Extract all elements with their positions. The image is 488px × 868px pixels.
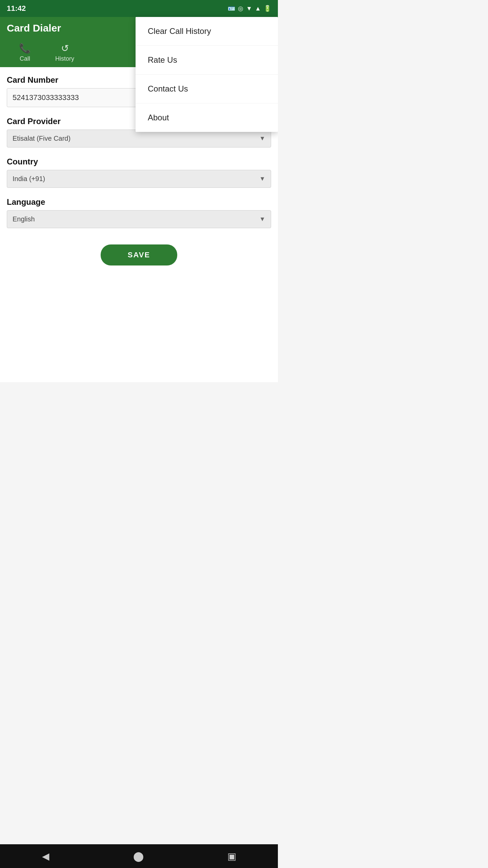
status-time: 11:42 [7,4,26,13]
battery-icon: 🔋 [264,5,271,12]
call-tab-label: Call [20,55,30,62]
language-dropdown[interactable]: English ▼ [7,210,271,228]
dropdown-menu: Clear Call History Rate Us Contact Us Ab… [136,17,278,132]
status-bar: 11:42 🪪 ◎ ▼ ▲ 🔋 [0,0,278,17]
menu-item-about[interactable]: About [136,103,278,132]
spacer [7,272,271,374]
tab-call[interactable]: 📞 Call [7,39,43,67]
history-icon: ↺ [61,43,69,54]
country-value: India (+91) [13,175,45,183]
save-button-container: SAVE [7,244,271,265]
language-value: English [13,215,35,223]
history-tab-label: History [55,55,74,62]
country-dropdown[interactable]: India (+91) ▼ [7,170,271,188]
language-label: Language [7,197,271,207]
call-icon: 📞 [19,43,31,54]
status-icons: 🪪 ◎ ▼ ▲ 🔋 [228,5,271,12]
wifi-icon: ▼ [246,5,252,12]
signal-icon: ▲ [255,5,261,12]
sim-icon: 🪪 [228,5,235,12]
card-provider-dropdown[interactable]: Etisalat (Five Card) ▼ [7,130,271,147]
menu-item-contact-us[interactable]: Contact Us [136,75,278,103]
country-label: Country [7,157,271,166]
menu-item-clear-call-history[interactable]: Clear Call History [136,17,278,46]
card-provider-value: Etisalat (Five Card) [13,135,70,142]
country-arrow-icon: ▼ [259,175,265,182]
save-button[interactable]: SAVE [101,244,177,265]
menu-item-rate-us[interactable]: Rate Us [136,46,278,75]
card-provider-arrow-icon: ▼ [259,135,265,142]
network-icon: ◎ [238,5,243,12]
tab-history[interactable]: ↺ History [43,39,86,67]
language-arrow-icon: ▼ [259,216,265,223]
